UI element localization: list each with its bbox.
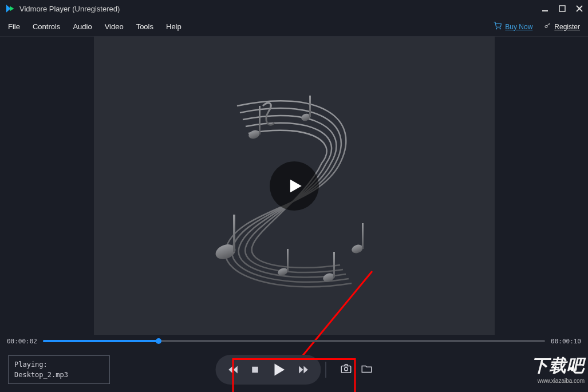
stop-button[interactable] bbox=[250, 365, 260, 375]
menu-tools[interactable]: Tools bbox=[136, 22, 153, 31]
progress-bar-row: 00:00:02 00:00:10 bbox=[0, 335, 588, 347]
progress-track[interactable] bbox=[43, 340, 545, 342]
svg-rect-10 bbox=[333, 252, 335, 278]
menubar: File Controls Audio Video Tools Help Buy… bbox=[0, 17, 588, 37]
volume-icon bbox=[567, 362, 580, 375]
svg-rect-0 bbox=[542, 10, 548, 11]
svg-point-4 bbox=[545, 26, 547, 28]
svg-rect-8 bbox=[259, 106, 261, 134]
now-playing-label: Playing: bbox=[14, 359, 104, 370]
svg-rect-19 bbox=[341, 366, 351, 373]
menu-help[interactable]: Help bbox=[166, 22, 181, 31]
svg-rect-12 bbox=[362, 223, 364, 249]
rewind-button[interactable] bbox=[227, 363, 239, 376]
menu-video[interactable]: Video bbox=[105, 22, 124, 31]
now-playing-file: Desktop_2.mp3 bbox=[14, 370, 104, 380]
audio-visualization bbox=[94, 37, 495, 335]
app-title: Vidmore Player (Unregistered) bbox=[19, 5, 120, 13]
capture-icons bbox=[340, 362, 373, 377]
progress-fill bbox=[43, 340, 159, 342]
play-icon bbox=[270, 362, 286, 378]
key-icon bbox=[544, 22, 551, 31]
cart-icon bbox=[494, 22, 502, 31]
bottom-controls: Playing: Desktop_2.mp3 bbox=[0, 347, 588, 392]
buy-now-link[interactable]: Buy Now bbox=[494, 22, 532, 31]
folder-icon bbox=[360, 362, 373, 375]
titlebar: Vidmore Player (Unregistered) bbox=[0, 0, 588, 17]
svg-rect-18 bbox=[252, 367, 258, 373]
svg-rect-6 bbox=[233, 215, 235, 252]
play-button[interactable] bbox=[270, 362, 286, 378]
camera-icon bbox=[340, 362, 352, 375]
right-controls bbox=[567, 362, 580, 377]
time-total: 00:00:10 bbox=[551, 338, 581, 345]
svg-point-2 bbox=[496, 29, 497, 29]
maximize-button[interactable] bbox=[558, 5, 566, 13]
titlebar-left: Vidmore Player (Unregistered) bbox=[5, 3, 120, 14]
time-current: 00:00:02 bbox=[7, 338, 37, 345]
menu-right: Buy Now Register bbox=[494, 22, 580, 31]
menu-file[interactable]: File bbox=[8, 22, 20, 31]
transport-pill bbox=[215, 355, 321, 385]
register-label: Register bbox=[554, 23, 580, 31]
svg-point-20 bbox=[344, 367, 348, 371]
menu-audio[interactable]: Audio bbox=[73, 22, 92, 31]
divider bbox=[325, 362, 326, 378]
forward-button[interactable] bbox=[297, 363, 309, 376]
register-link[interactable]: Register bbox=[544, 22, 580, 31]
menu-controls[interactable]: Controls bbox=[33, 22, 60, 31]
volume-button[interactable] bbox=[567, 362, 580, 377]
video-area[interactable] bbox=[0, 37, 588, 335]
close-button[interactable] bbox=[575, 5, 583, 13]
play-icon bbox=[285, 176, 304, 196]
now-playing-box: Playing: Desktop_2.mp3 bbox=[8, 355, 110, 384]
snapshot-button[interactable] bbox=[340, 362, 352, 377]
progress-thumb[interactable] bbox=[156, 338, 161, 344]
window-controls bbox=[541, 5, 583, 13]
center-play-button[interactable] bbox=[270, 161, 319, 211]
open-folder-button[interactable] bbox=[360, 362, 373, 377]
stop-icon bbox=[250, 365, 260, 375]
menu-left: File Controls Audio Video Tools Help bbox=[8, 22, 181, 31]
svg-rect-1 bbox=[559, 6, 565, 11]
svg-point-3 bbox=[500, 29, 500, 29]
svg-rect-14 bbox=[309, 96, 311, 117]
transport-group bbox=[215, 355, 373, 385]
forward-icon bbox=[297, 363, 309, 376]
minimize-button[interactable] bbox=[541, 5, 549, 13]
svg-rect-16 bbox=[287, 249, 289, 272]
app-logo-icon bbox=[5, 3, 15, 14]
rewind-icon bbox=[227, 363, 239, 376]
buy-now-label: Buy Now bbox=[505, 23, 532, 31]
